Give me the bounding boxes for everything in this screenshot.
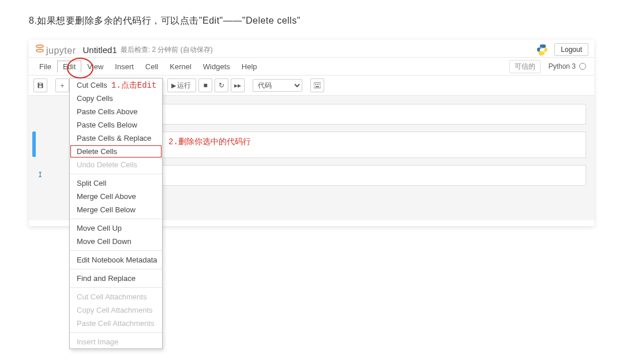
menu-separator <box>70 269 162 269</box>
interrupt-button[interactable]: ■ <box>198 78 212 92</box>
menu-delete-cells[interactable]: Delete Cells <box>70 145 162 158</box>
menu-paste-above[interactable]: Paste Cells Above <box>70 105 162 118</box>
menu-edit[interactable]: Edit <box>57 61 81 73</box>
svg-point-0 <box>36 45 43 48</box>
restart-button[interactable]: ↻ <box>215 78 228 92</box>
menu-file[interactable]: File <box>33 61 57 73</box>
notebook-title[interactable]: Untitled1 <box>83 45 117 55</box>
run-icon: ▶ <box>171 82 176 89</box>
menu-cut-cells[interactable]: Cut Cells <box>70 78 162 92</box>
document-instruction: 8.如果想要删除多余的代码行，可以点击"Edit"——"Delete cells… <box>29 15 594 27</box>
menu-paste-below[interactable]: Paste Cells Below <box>70 118 162 132</box>
fast-forward-icon: ▸▸ <box>234 81 241 89</box>
jupyter-logo-text: jupyter <box>46 46 76 56</box>
menu-merge-below[interactable]: Merge Cell Below <box>70 203 162 216</box>
svg-rect-2 <box>314 83 321 88</box>
menu-insert-image[interactable]: Insert Image <box>70 335 162 348</box>
menu-separator <box>70 219 162 219</box>
command-palette-button[interactable] <box>310 78 324 92</box>
run-label: 运行 <box>177 81 191 91</box>
svg-point-1 <box>36 50 43 52</box>
checkpoint-status: 最后检查: 2 分钟前 (自动保存) <box>121 45 213 55</box>
restart-icon: ↻ <box>219 81 224 89</box>
kernel-indicator[interactable]: Python 3 <box>549 62 586 70</box>
cell-input-prompt: I <box>38 165 46 179</box>
menu-find-replace[interactable]: Find and Replace <box>70 272 162 285</box>
menu-paste-replace[interactable]: Paste Cells & Replace <box>70 132 162 145</box>
menu-separator <box>70 250 162 251</box>
menu-split-cell[interactable]: Split Cell <box>70 177 162 190</box>
svg-rect-6 <box>316 87 319 88</box>
jupyter-logo: jupyter <box>35 43 76 56</box>
code-cell[interactable] <box>152 165 586 186</box>
menu-move-down[interactable]: Move Cell Down <box>70 235 162 248</box>
menu-widgets[interactable]: Widgets <box>197 61 236 73</box>
jupyter-icon <box>35 43 45 54</box>
menu-view[interactable]: View <box>81 61 109 73</box>
code-cell[interactable] <box>151 132 586 158</box>
svg-rect-4 <box>317 84 318 85</box>
menu-move-up[interactable]: Move Cell Up <box>70 222 162 235</box>
logout-button[interactable]: Logout <box>554 43 588 56</box>
menubar: File Edit View Insert Cell Kernel Widget… <box>29 58 594 76</box>
menu-help[interactable]: Help <box>236 61 263 73</box>
menu-copy-cells[interactable]: Copy Cells <box>70 92 162 105</box>
menu-copy-attachments[interactable]: Copy Cell Attachments <box>70 303 162 317</box>
svg-rect-5 <box>318 84 320 85</box>
menu-paste-attachments[interactable]: Paste Cell Attachments <box>70 317 162 330</box>
menu-cell[interactable]: Cell <box>140 61 164 73</box>
menu-edit-metadata[interactable]: Edit Notebook Metadata <box>70 253 162 267</box>
stop-icon: ■ <box>203 81 207 89</box>
kernel-status-icon <box>579 63 586 70</box>
menu-separator <box>70 332 162 333</box>
kernel-name: Python 3 <box>549 62 576 70</box>
menu-kernel[interactable]: Kernel <box>164 61 197 73</box>
save-button[interactable] <box>33 78 47 92</box>
menu-undo-delete[interactable]: Undo Delete Cells <box>70 158 162 171</box>
menu-separator <box>70 287 162 288</box>
jupyter-header: jupyter Untitled1 最后检查: 2 分钟前 (自动保存) Log… <box>29 40 594 58</box>
cell-type-select[interactable]: 代码 <box>253 79 302 92</box>
save-icon <box>37 82 44 89</box>
run-button[interactable]: ▶ 运行 <box>167 78 196 92</box>
keyboard-icon <box>314 82 321 88</box>
trusted-indicator[interactable]: 可信的 <box>509 60 541 73</box>
menu-separator <box>70 174 162 174</box>
code-cell[interactable] <box>152 104 586 125</box>
plus-icon: ＋ <box>59 81 66 91</box>
cell-selection-stripe <box>32 132 36 157</box>
python-icon <box>536 43 549 56</box>
edit-dropdown: Cut Cells Copy Cells Paste Cells Above P… <box>69 78 163 349</box>
insert-cell-button[interactable]: ＋ <box>55 78 69 92</box>
svg-rect-3 <box>315 84 316 85</box>
restart-run-all-button[interactable]: ▸▸ <box>231 78 245 92</box>
menu-insert[interactable]: Insert <box>109 61 140 73</box>
menu-cut-attachments[interactable]: Cut Cell Attachments <box>70 290 162 303</box>
menu-merge-above[interactable]: Merge Cell Above <box>70 190 162 203</box>
